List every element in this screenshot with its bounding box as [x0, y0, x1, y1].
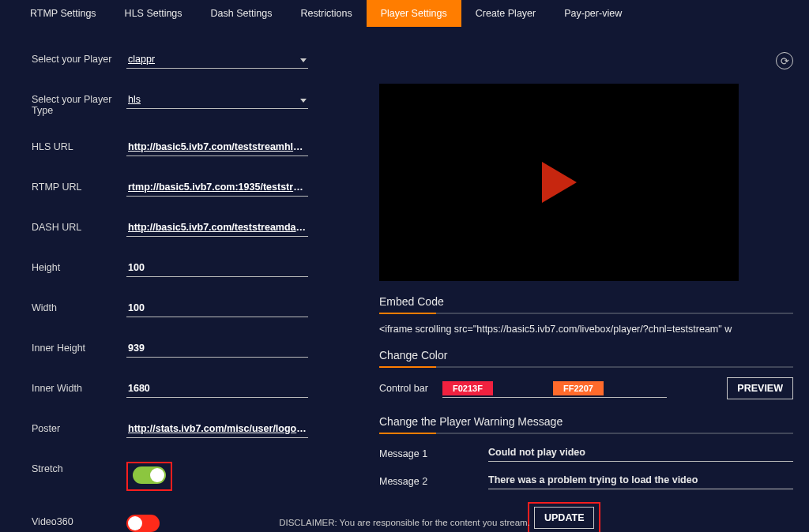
- play-icon[interactable]: [542, 162, 577, 203]
- input-rtmp-url[interactable]: rtmp://basic5.ivb7.com:1935/teststream: [126, 180, 308, 197]
- select-player[interactable]: clappr: [126, 52, 308, 69]
- video-player: [379, 84, 739, 281]
- label-dash-url: DASH URL: [32, 220, 126, 233]
- label-inner-width: Inner Width: [32, 381, 126, 394]
- tab-dash-settings[interactable]: Dash Settings: [197, 0, 287, 27]
- divider: [379, 313, 793, 314]
- tab-restrictions[interactable]: Restrictions: [286, 0, 366, 27]
- toggle-stretch[interactable]: [133, 466, 166, 484]
- tab-rtmp-settings[interactable]: RTMP Settings: [16, 0, 111, 27]
- highlight-update: UPDATE: [528, 502, 600, 532]
- change-warning-title: Change the Player Warning Message: [379, 415, 793, 428]
- label-height: Height: [32, 260, 126, 273]
- change-color-title: Change Color: [379, 349, 793, 362]
- input-hls-url[interactable]: http://basic5.ivb7.com/teststreamhls/liv: [126, 140, 308, 156]
- label-stretch: Stretch: [32, 462, 126, 474]
- divider: [379, 433, 793, 434]
- input-inner-width[interactable]: 1680: [126, 381, 308, 398]
- input-message-2[interactable]: There was a problem trying to load the v…: [488, 473, 793, 489]
- label-control-bar: Control bar: [379, 383, 428, 394]
- select-player-type[interactable]: hls: [126, 92, 308, 109]
- tab-player-settings[interactable]: Player Settings: [367, 0, 461, 27]
- highlight-stretch: [126, 462, 172, 491]
- top-tabs: RTMP Settings HLS Settings Dash Settings…: [0, 0, 809, 27]
- label-message-2: Message 2: [379, 476, 474, 487]
- label-select-player-type: Select your Player Type: [32, 92, 126, 116]
- input-message-1[interactable]: Could not play video: [488, 445, 793, 462]
- refresh-icon[interactable]: ⟳: [776, 52, 793, 69]
- label-hls-url: HLS URL: [32, 140, 126, 152]
- embed-code-value[interactable]: <iframe scrolling src="https://basic5.iv…: [379, 324, 793, 335]
- tab-pay-per-view[interactable]: Pay-per-view: [550, 0, 636, 27]
- label-poster: Poster: [32, 421, 126, 434]
- color-swatch-2[interactable]: FF2207: [553, 381, 604, 395]
- input-height[interactable]: 100: [126, 260, 308, 277]
- label-rtmp-url: RTMP URL: [32, 180, 126, 193]
- label-inner-height: Inner Height: [32, 341, 126, 354]
- preview-button[interactable]: PREVIEW: [727, 377, 793, 399]
- disclaimer-text: DISCLAIMER: You are responsible for the …: [0, 518, 809, 527]
- label-width: Width: [32, 301, 126, 313]
- label-select-player: Select your Player: [32, 52, 126, 65]
- divider: [379, 366, 793, 368]
- input-width[interactable]: 100: [126, 301, 308, 317]
- input-inner-height[interactable]: 939: [126, 341, 308, 358]
- embed-code-title: Embed Code: [379, 295, 793, 308]
- color-swatch-1[interactable]: F0213F: [442, 381, 493, 395]
- tab-create-player[interactable]: Create Player: [461, 0, 550, 27]
- input-poster[interactable]: http://stats.ivb7.com/misc/user/logo.pn: [126, 421, 308, 438]
- input-dash-url[interactable]: http://basic5.ivb7.com/teststreamdash/: [126, 220, 308, 237]
- tab-hls-settings[interactable]: HLS Settings: [111, 0, 197, 27]
- label-message-1: Message 1: [379, 448, 474, 459]
